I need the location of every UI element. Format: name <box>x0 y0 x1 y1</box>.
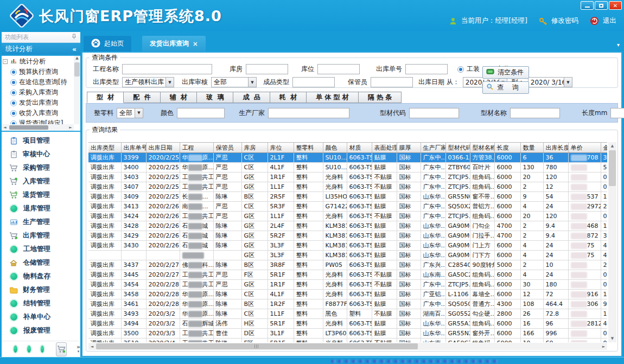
pin-icon[interactable] <box>71 34 77 41</box>
scroll-up-icon[interactable]: ▲ <box>74 56 80 60</box>
material-tab[interactable]: 配 件 <box>124 92 160 103</box>
table-row[interactable]: 调拨出库34612020/2/28华原…陈琳B区1R2F整料F8877FT606… <box>88 299 607 309</box>
warehouse-input[interactable] <box>246 64 288 74</box>
table-row[interactable]: 调拨出库34372020/2/27佛科…陈琳B区3R8F整料PW056063-T… <box>88 260 607 270</box>
column-header[interactable]: 保管员 <box>213 143 241 153</box>
order-no-input[interactable] <box>405 64 448 74</box>
column-header[interactable]: 出库单号 <box>121 143 146 153</box>
tree-expander-icon[interactable]: - <box>3 59 8 64</box>
table-row[interactable]: 调拨出库34002020/2/25华原…严思C区4L1F整料SU10…6063-… <box>88 163 607 173</box>
material-tab[interactable]: 成 品 <box>233 92 270 103</box>
column-header[interactable]: 型材名称 <box>470 143 494 153</box>
table-row[interactable]: 调拨出库34292020/2/26石城陈琳G区5R2F整料KLM38176063… <box>88 231 607 241</box>
results-vertical-scrollbar[interactable]: ▲ ▼ <box>608 142 616 342</box>
column-header[interactable]: 材质 <box>347 143 372 153</box>
change-password-link[interactable]: 修改密码 <box>551 16 578 25</box>
column-header[interactable]: 生产厂家 <box>421 143 445 153</box>
column-header[interactable]: 出库日期 <box>146 143 180 153</box>
column-header[interactable]: 工程 <box>180 143 213 153</box>
results-hscroll-thumb[interactable] <box>96 343 418 349</box>
table-row[interactable]: 调拨出库34452020/2/27工共工程严思F区5R1F整料光身料6063-T… <box>88 270 607 280</box>
column-header[interactable]: 单价 <box>568 143 601 153</box>
tree-hscroll-thumb[interactable] <box>9 125 48 130</box>
length-input[interactable] <box>610 108 624 118</box>
sidebar-item[interactable]: 退货管理 <box>2 188 80 202</box>
module-dot-button[interactable] <box>14 346 17 353</box>
table-row[interactable]: 调拨出库34072020/2/25工共工程严思G区1L1F整料光身料6063-T… <box>88 182 607 192</box>
material-tab[interactable]: 辅 材 <box>161 92 197 103</box>
close-button[interactable]: ✕ <box>609 1 622 10</box>
sidebar-item[interactable]: 采购管理 <box>2 161 80 175</box>
tree-item[interactable]: 在途信息查询[待 <box>3 77 73 87</box>
material-tab[interactable]: 耗 材 <box>270 92 307 103</box>
table-row[interactable]: 调拨出库35002020/3/3工共工程曹佳D区3L1F整料LT3P606063… <box>88 329 607 339</box>
column-header[interactable]: 金 <box>601 143 607 153</box>
tree-vertical-scrollbar[interactable]: ▲ <box>74 56 80 124</box>
scroll-left-icon[interactable]: ◄ <box>2 125 8 130</box>
scroll-up-icon[interactable]: ▲ <box>608 142 616 150</box>
radio-selected[interactable]: 工装 <box>457 65 480 74</box>
table-row[interactable]: 调拨出库34302020/2/26石城陈琳G区3L3F整料KLM38176063… <box>88 241 607 251</box>
column-header[interactable]: 膜厚 <box>397 143 421 153</box>
whole-part-select[interactable]: 全部▼ <box>117 108 143 118</box>
sidebar-item[interactable]: 财务管理 <box>2 283 80 297</box>
clear-conditions-button[interactable]: 清空条件 <box>482 66 529 79</box>
logout-link[interactable]: 退出 <box>603 16 616 25</box>
sidebar-item[interactable]: 退库管理 <box>2 202 80 215</box>
table-row[interactable]: 调拨出库34582020/2/28华原…陈琳C区4L1F整料光身料6063-T5… <box>88 290 607 299</box>
results-header-row[interactable]: 出库类型出库单号出库日期工程保管员库房库位整零料颜色材质表面处理膜厚生产厂家型材… <box>88 143 607 153</box>
tree-item[interactable]: 采购入库查询 <box>3 87 73 98</box>
column-header[interactable]: 库位 <box>268 143 294 153</box>
table-row[interactable]: 调拨出库34942020/3/2石辉城汤伟H区5R1F整料光身料6063-T5贴… <box>88 319 607 329</box>
product-type-input[interactable] <box>292 77 335 87</box>
column-header[interactable]: 长度 <box>494 143 520 153</box>
scroll-left-icon[interactable]: ◄ <box>88 343 95 350</box>
results-vscroll-thumb[interactable] <box>609 150 616 186</box>
column-header[interactable]: 出库长度 <box>543 143 568 153</box>
column-header[interactable]: 数量 <box>520 143 543 153</box>
date-to-picker[interactable]: 2020/ 3/16▼ <box>528 77 572 87</box>
cart-module-button[interactable] <box>56 342 67 356</box>
table-row[interactable]: 调拨出库34242020/2/26工共工程严思G区1L1F整料光身料6063-T… <box>88 212 607 221</box>
project-name-input[interactable] <box>122 64 212 74</box>
search-button[interactable]: 查 询 <box>482 81 529 94</box>
more-modules-button[interactable]: »▾ <box>77 345 80 354</box>
scroll-right-icon[interactable]: ► <box>600 343 607 350</box>
sidebar-item[interactable]: 报废管理 <box>2 324 80 337</box>
color-input[interactable] <box>177 108 225 118</box>
material-tab[interactable]: 型 材 <box>87 92 124 103</box>
sidebar-item[interactable]: 补单中心 <box>2 310 80 324</box>
column-header[interactable]: 颜色 <box>323 143 347 153</box>
scroll-down-icon[interactable]: ▼ <box>608 335 616 342</box>
tab-list-caret-icon[interactable]: ▾ <box>617 42 620 48</box>
tab-shipment-query[interactable]: 发货出库查询 × <box>142 36 206 52</box>
material-tab[interactable]: 单 体 型 材 <box>307 92 359 103</box>
keeper-input[interactable] <box>371 77 413 87</box>
tab-home[interactable]: 起始页 <box>84 36 131 52</box>
sidebar-item[interactable]: 生产管理 <box>2 215 80 229</box>
column-header[interactable]: 出库类型 <box>88 143 121 153</box>
minimize-button[interactable] <box>581 1 594 10</box>
sidebar-item[interactable]: 物料盘存 <box>2 270 80 283</box>
tree-root-item[interactable]: -统计分析 <box>3 56 73 67</box>
tree-horizontal-scrollbar[interactable]: ◄ ► <box>2 124 74 131</box>
stats-section-header[interactable]: 统计分析 « <box>2 43 80 55</box>
column-header[interactable]: 库房 <box>241 143 268 153</box>
manufacturer-input[interactable] <box>268 108 349 118</box>
table-row[interactable]: 调拨出库34092020/2/25长…陈琳B区2R5F整料LI35HO6063-… <box>88 192 607 202</box>
tree-item[interactable]: 发货出库查询 <box>3 98 73 108</box>
column-header[interactable]: 型材代码 <box>445 143 470 153</box>
outbound-type-select[interactable]: 生产领料出库▼ <box>122 77 174 87</box>
table-row[interactable]: 调拨出库34282020/2/26石城陈琳G区2L4F整料KLM38176063… <box>88 221 607 231</box>
sidebar-item[interactable]: 出库管理 <box>2 229 80 242</box>
scroll-right-icon[interactable]: ► <box>67 125 74 130</box>
tree-item[interactable]: 退货查询[待定] <box>3 118 73 124</box>
module-dot-button[interactable] <box>41 346 44 353</box>
tab-close-icon[interactable]: × <box>193 40 198 48</box>
table-row[interactable]: 调拨出库34542020/2/28工共工程严思G区1R1F整料光身料6063-T… <box>88 280 607 290</box>
tree-vscroll-thumb[interactable] <box>74 62 80 76</box>
table-row[interactable]: 调拨出库34132020/2/26南…严思C区5R3F整料G714226063-… <box>88 202 607 212</box>
results-horizontal-scrollbar[interactable]: ◄ ► <box>88 343 607 350</box>
module-dot-button[interactable] <box>27 346 31 353</box>
sidebar-item[interactable]: 仓储管理 <box>2 256 80 270</box>
